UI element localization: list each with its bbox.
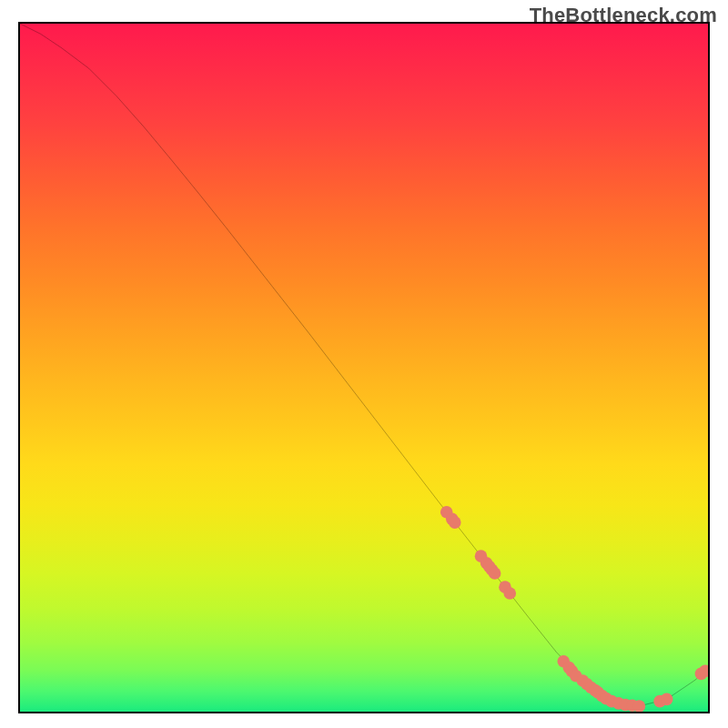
data-point xyxy=(503,587,516,600)
chart-root: TheBottleneck.com xyxy=(0,0,728,728)
data-point xyxy=(449,516,461,529)
plot-frame xyxy=(18,22,710,713)
watermark-text: TheBottleneck.com xyxy=(530,4,717,27)
bottleneck-curve xyxy=(20,24,708,706)
data-point xyxy=(489,567,501,580)
data-point xyxy=(661,693,673,706)
curve-overlay xyxy=(20,24,708,712)
